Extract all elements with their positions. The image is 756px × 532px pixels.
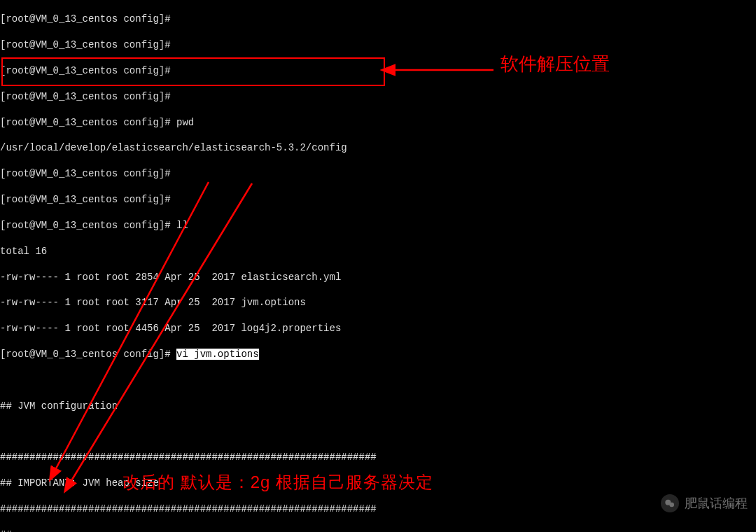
pwd-command: pwd xyxy=(176,117,194,128)
prompt: [root@VM_0_13_centos config]# xyxy=(0,349,171,360)
terminal-output[interactable]: [root@VM_0_13_centos config]# [root@VM_0… xyxy=(0,0,756,532)
file-content-line: ## IMPORTANT: JVM heap size xyxy=(0,477,756,489)
prompt: [root@VM_0_13_centos config]# xyxy=(0,220,171,231)
prompt: [root@VM_0_13_centos config]# xyxy=(0,91,171,102)
wechat-icon xyxy=(661,494,679,512)
file-content-line: ## xyxy=(0,528,756,532)
prompt: [root@VM_0_13_centos config]# xyxy=(0,117,171,128)
ll-row: -rw-rw---- 1 root root 2854 Apr 25 2017 … xyxy=(0,272,341,283)
ll-row: -rw-rw---- 1 root root 4456 Apr 25 2017 … xyxy=(0,323,341,334)
svg-point-5 xyxy=(669,503,674,507)
prompt: [root@VM_0_13_centos config]# xyxy=(0,168,171,179)
file-content-line xyxy=(0,425,756,438)
file-content-line xyxy=(0,374,756,386)
prompt: [root@VM_0_13_centos config]# xyxy=(0,194,171,205)
watermark: 肥鼠话编程 xyxy=(661,494,748,512)
file-content-line: ########################################… xyxy=(0,451,756,463)
prompt: [root@VM_0_13_centos config]# xyxy=(0,65,171,76)
pwd-output-path: /usr/local/develop/elasticsearch/elastic… xyxy=(0,142,347,153)
ll-command: ll xyxy=(176,220,188,231)
watermark-text: 肥鼠话编程 xyxy=(685,497,748,510)
ll-total: total 16 xyxy=(0,246,47,257)
prompt: [root@VM_0_13_centos config]# xyxy=(0,39,171,50)
ll-row: -rw-rw---- 1 root root 3117 Apr 25 2017 … xyxy=(0,297,306,308)
file-content-line: ## JVM configuration xyxy=(0,400,756,412)
vi-command-highlighted: vi jvm.options xyxy=(176,349,259,360)
file-content-line: ########################################… xyxy=(0,503,756,515)
prompt: [root@VM_0_13_centos config]# xyxy=(0,13,171,24)
